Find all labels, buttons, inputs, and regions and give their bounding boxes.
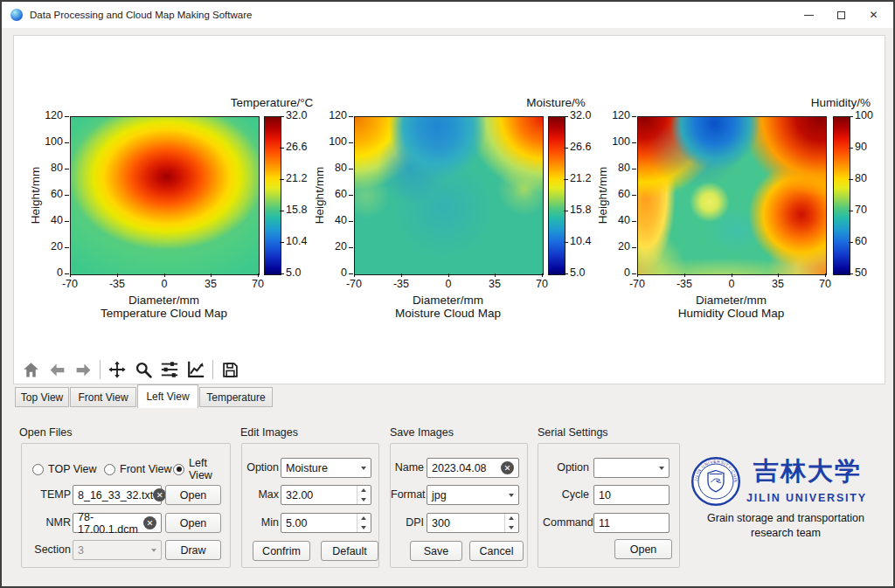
plot-toolbar: [21, 358, 239, 381]
back-button[interactable]: [47, 360, 66, 379]
colorbar-tick-label: 70: [855, 204, 890, 216]
serial-open-button[interactable]: Open: [614, 539, 672, 559]
serial-option-label: Option: [543, 458, 589, 478]
zoom-button[interactable]: [134, 360, 153, 379]
x-axis-label: Diameter/mm: [52, 294, 275, 307]
max-label: Max: [244, 485, 279, 505]
radio-label: Front View: [120, 463, 172, 475]
x-axis-label: Diameter/mm: [336, 294, 559, 307]
serial-settings-title: Serial Settings: [538, 426, 608, 439]
section-dropdown[interactable]: 3: [73, 540, 162, 560]
minimize-button[interactable]: [793, 2, 825, 28]
plot-title: Humidity Cloud Map: [620, 307, 843, 320]
toolbar-separator: [212, 360, 213, 379]
university-name-chinese: 吉林大学: [746, 454, 869, 489]
format-dropdown[interactable]: jpg: [427, 485, 519, 505]
save-button[interactable]: Save: [410, 541, 462, 561]
save-figure-button[interactable]: [220, 360, 239, 379]
radio-left-view[interactable]: Left View: [173, 463, 230, 475]
radio-top-view[interactable]: TOP View: [32, 463, 97, 475]
tab-top-view[interactable]: Top View: [15, 387, 69, 407]
window-controls: ✕: [793, 2, 890, 28]
colorbar-tick-label: 60: [855, 235, 890, 247]
open-files-title: Open Files: [19, 426, 72, 439]
spinner-arrows-icon[interactable]: [357, 514, 366, 532]
colorbar-title: Humidity/%: [749, 96, 895, 109]
axes-edit-button[interactable]: [186, 360, 205, 379]
x-tick-label: 35: [195, 278, 226, 290]
name-input[interactable]: 2023.04.08 ✕: [427, 458, 519, 478]
chevron-down-icon: [659, 467, 664, 470]
y-tick-label: 80: [33, 162, 63, 174]
confirm-button[interactable]: Confrim: [253, 541, 310, 561]
x-tick-label: 70: [809, 278, 841, 290]
x-tick-label: -35: [101, 278, 133, 290]
arrow-left-icon: [48, 361, 66, 379]
clear-icon[interactable]: ✕: [501, 461, 514, 474]
temp-open-button[interactable]: Open: [165, 485, 221, 505]
chevron-down-icon: [361, 467, 366, 470]
nmr-file-input[interactable]: 78-17.00.1.dcm ✕: [73, 513, 162, 533]
app-icon: [10, 9, 23, 21]
nmr-open-button[interactable]: Open: [165, 513, 221, 533]
max-spinbox[interactable]: 32.00: [281, 485, 371, 505]
subplot-settings-button[interactable]: [160, 360, 179, 379]
serial-option-dropdown[interactable]: [593, 458, 670, 478]
default-button[interactable]: Default: [321, 541, 378, 561]
x-tick-label: -70: [338, 278, 370, 290]
x-tick-label: -35: [669, 278, 700, 290]
command-label: Command: [543, 513, 589, 533]
x-tick-label: -70: [621, 278, 653, 290]
spinner-arrows-icon[interactable]: [504, 514, 514, 532]
home-button[interactable]: [21, 360, 40, 379]
tab-front-view[interactable]: Front View: [70, 387, 136, 407]
save-images-panel: Name 2023.04.08 ✕ Format jpg DPI 300 Sav…: [390, 443, 528, 568]
section-value: 3: [78, 544, 84, 557]
arrow-right-icon: [74, 361, 93, 379]
cancel-button[interactable]: Cancel: [469, 541, 524, 561]
colorbar-tick-label: 50: [855, 266, 890, 279]
chevron-down-icon: [151, 549, 156, 552]
spinner-arrows-icon[interactable]: [357, 486, 366, 504]
magnifier-icon: [135, 361, 153, 379]
y-tick-label: 20: [600, 240, 630, 252]
pan-button[interactable]: [108, 360, 127, 379]
y-tick-label: 80: [317, 162, 347, 174]
x-tick-label: -35: [385, 278, 417, 290]
section-label: Section: [25, 540, 71, 560]
clear-icon[interactable]: ✕: [153, 488, 166, 502]
nmr-label: NMR: [25, 513, 71, 533]
cycle-label: Cycle: [543, 485, 589, 505]
y-tick-label: 100: [33, 135, 63, 148]
y-tick-label: 100: [600, 135, 630, 148]
format-value: jpg: [432, 489, 447, 502]
colorbar-tick-label: 100: [855, 109, 890, 121]
tab-left-view[interactable]: Left View: [137, 384, 198, 408]
temp-file-value: 8_16_33_32.txt: [78, 489, 153, 502]
dpi-spinbox[interactable]: 300: [427, 513, 519, 533]
save-images-title: Save Images: [390, 426, 454, 439]
y-tick-label: 60: [600, 188, 630, 200]
humidity-heatmap: [637, 116, 827, 275]
maximize-button[interactable]: [825, 2, 857, 28]
y-tick-label: 120: [33, 109, 63, 121]
window-title: Data Processing and Cloud Map Making Sof…: [30, 2, 252, 28]
x-axis-label: Diameter/mm: [620, 294, 843, 307]
forward-button[interactable]: [73, 360, 93, 379]
radio-label: Left View: [189, 457, 230, 481]
close-button[interactable]: ✕: [857, 2, 890, 28]
edit-option-dropdown[interactable]: Moisture: [281, 458, 371, 478]
humidity-colorbar: [833, 116, 850, 275]
command-input[interactable]: 11: [593, 513, 670, 533]
clear-icon[interactable]: ✕: [143, 516, 156, 529]
temp-file-input[interactable]: 8_16_33_32.txt ✕: [73, 485, 162, 505]
cycle-input[interactable]: 10: [593, 485, 670, 505]
min-spinbox[interactable]: 5.00: [281, 513, 371, 533]
moisture-colorbar: [548, 116, 565, 275]
radio-circle-icon: [173, 464, 184, 475]
draw-button[interactable]: Draw: [165, 540, 221, 560]
radio-front-view[interactable]: Front View: [104, 463, 172, 475]
format-label: Format: [391, 485, 424, 505]
tab-temperature[interactable]: Temperature: [199, 387, 273, 407]
sliders-icon: [160, 360, 179, 379]
